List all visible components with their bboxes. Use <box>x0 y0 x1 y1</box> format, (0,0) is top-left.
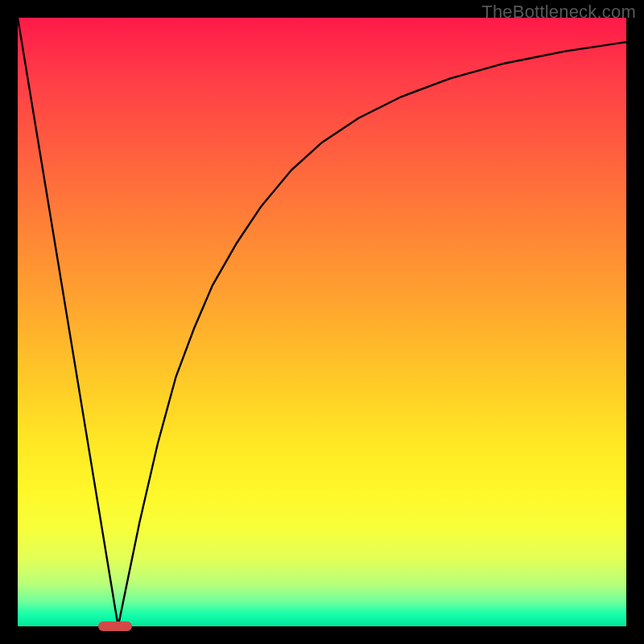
series-line-left <box>18 18 118 626</box>
curves-svg <box>18 18 626 626</box>
plot-area <box>18 18 626 626</box>
watermark-text: TheBottleneck.com <box>481 2 636 23</box>
bottleneck-marker <box>98 621 132 631</box>
chart-frame: TheBottleneck.com <box>0 0 644 644</box>
series-curve-right <box>118 42 626 626</box>
